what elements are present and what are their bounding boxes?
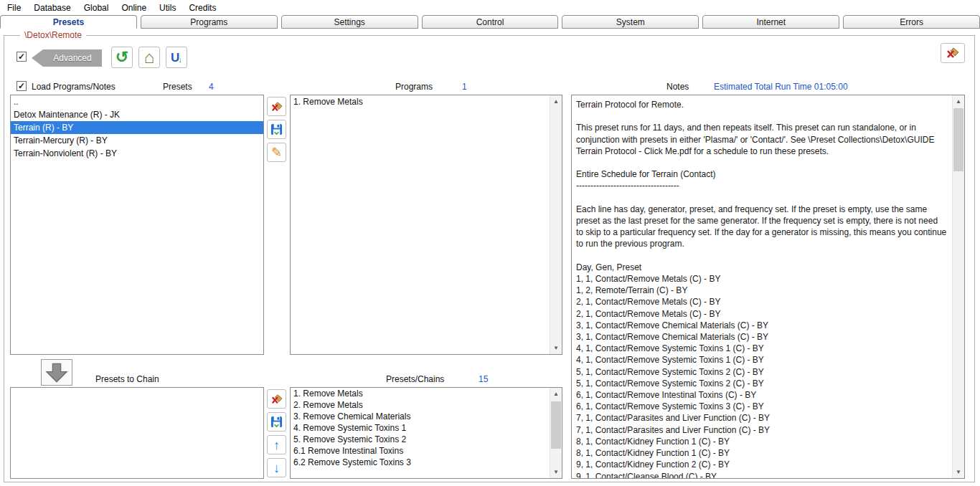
- scroll-down-icon[interactable]: ▼: [953, 466, 964, 478]
- presets-chains-count: 15: [479, 374, 488, 384]
- menu-item[interactable]: File: [6, 1, 22, 14]
- delete-chain-button[interactable]: [267, 389, 286, 409]
- scroll-up-icon[interactable]: ▲: [550, 388, 562, 400]
- delete-icon: [270, 101, 283, 113]
- menu-bar: FileDatabaseGlobalOnlineUtilsCredits: [0, 0, 980, 16]
- tab[interactable]: Settings: [281, 15, 418, 29]
- move-up-button[interactable]: ↑: [267, 435, 286, 454]
- notes-panel: Terrain Protocol for Remote. This preset…: [571, 95, 965, 479]
- arrow-up-icon: ↑: [273, 439, 280, 452]
- save-icon: [270, 123, 283, 135]
- menu-item[interactable]: Database: [32, 1, 72, 14]
- update-arrow-icon: ↓: [178, 56, 182, 64]
- save-chain-button[interactable]: [267, 412, 286, 432]
- programs-label: Programs: [395, 82, 433, 92]
- presets-to-chain-list[interactable]: [10, 387, 264, 479]
- scrollbar-thumb[interactable]: [551, 401, 561, 449]
- presets-chains-label: Presets/Chains: [386, 374, 444, 384]
- menu-item[interactable]: Global: [83, 1, 110, 14]
- save-icon: [270, 416, 283, 428]
- tab[interactable]: Errors: [843, 15, 980, 29]
- advanced-checkbox[interactable]: ✓: [17, 52, 27, 62]
- presets-to-chain-label: Presets to Chain: [95, 374, 159, 384]
- home-button[interactable]: ⌂: [138, 47, 160, 68]
- scroll-up-icon[interactable]: ▲: [550, 95, 562, 108]
- tab-strip: PresetsProgramsSettingsControlSystemInte…: [0, 15, 980, 29]
- preset-list-item[interactable]: Detox Maintenance (R) - JK: [11, 108, 263, 121]
- load-programs-label: Load Programs/Notes: [32, 82, 116, 92]
- notes-textbox[interactable]: Terrain Protocol for Remote. This preset…: [572, 95, 952, 478]
- programs-list[interactable]: 1. Remove Metals: [290, 95, 562, 355]
- notes-label: Notes: [666, 82, 689, 92]
- refresh-button[interactable]: ↺: [111, 47, 133, 68]
- tab[interactable]: Control: [422, 15, 559, 29]
- delete-preset-button[interactable]: [267, 97, 286, 116]
- programs-scrollbar[interactable]: ▲ ▼: [550, 95, 562, 354]
- chains-list-item[interactable]: 1. Remove Metals: [291, 388, 562, 399]
- chains-list-item[interactable]: 5. Remove Systemic Toxins 2: [291, 434, 562, 445]
- chains-list-item[interactable]: 6.2 Remove Systemic Toxins 3: [291, 457, 562, 468]
- program-list-item[interactable]: 1. Remove Metals: [291, 95, 562, 108]
- breadcrumb: \Detox\Remote: [20, 30, 86, 40]
- menu-item[interactable]: Credits: [187, 1, 217, 14]
- scroll-up-icon[interactable]: ▲: [953, 95, 964, 108]
- menu-item[interactable]: Utils: [158, 1, 177, 14]
- chains-list-item[interactable]: 3. Remove Chemical Materials: [291, 411, 562, 422]
- presets-list[interactable]: ..Detox Maintenance (R) - JKTerrain (R) …: [10, 95, 264, 355]
- chains-list-item[interactable]: 2. Remove Metals: [291, 399, 562, 411]
- arrow-down-icon: ↓: [273, 462, 280, 475]
- chains-list-item[interactable]: 4. Remove Systemic Toxins 1: [291, 422, 562, 434]
- presets-count: 4: [209, 82, 214, 92]
- notes-scrollbar[interactable]: ▲ ▼: [952, 95, 964, 478]
- home-icon: ⌂: [144, 49, 155, 66]
- big-down-arrow-icon: [45, 363, 68, 383]
- edit-icon: ✎: [271, 146, 282, 159]
- add-to-chain-button[interactable]: [41, 359, 72, 386]
- tab[interactable]: Presets: [0, 15, 137, 29]
- presets-chains-list[interactable]: 1. Remove Metals2. Remove Metals3. Remov…: [290, 387, 562, 479]
- save-preset-button[interactable]: [267, 120, 286, 139]
- preset-list-item[interactable]: Terrain (R) - BY: [11, 121, 263, 134]
- load-programs-checkbox[interactable]: ✓: [17, 81, 27, 91]
- preset-list-item[interactable]: Terrain-Nonviolent (R) - BY: [11, 147, 263, 160]
- advanced-arrow-label[interactable]: Advanced: [32, 49, 102, 67]
- menu-item[interactable]: Online: [120, 1, 148, 14]
- scroll-down-icon[interactable]: ▼: [550, 466, 562, 478]
- tab[interactable]: Internet: [702, 15, 839, 29]
- chains-scrollbar[interactable]: ▲ ▼: [550, 388, 562, 478]
- clear-icon: [946, 47, 960, 59]
- programs-count: 1: [462, 82, 467, 92]
- estimated-runtime: Estimated Total Run Time 01:05:00: [714, 82, 848, 92]
- scrollbar-thumb[interactable]: [953, 108, 963, 171]
- clear-notes-button[interactable]: [941, 43, 965, 63]
- update-button[interactable]: U ↓: [166, 47, 187, 68]
- delete-icon: [270, 394, 283, 405]
- tab[interactable]: System: [562, 15, 699, 29]
- scroll-down-icon[interactable]: ▼: [550, 342, 562, 354]
- chains-list-item[interactable]: 6.1 Remove Intestinal Toxins: [291, 445, 562, 457]
- app-window: FileDatabaseGlobalOnlineUtilsCredits Pre…: [0, 0, 980, 486]
- tab[interactable]: Programs: [141, 15, 278, 29]
- presets-label: Presets: [163, 82, 192, 92]
- preset-list-item[interactable]: ..: [11, 95, 263, 108]
- move-down-button[interactable]: ↓: [267, 458, 286, 477]
- edit-preset-button[interactable]: ✎: [267, 143, 286, 162]
- preset-list-item[interactable]: Terrain-Mercury (R) - BY: [11, 134, 263, 147]
- refresh-icon: ↺: [116, 49, 128, 65]
